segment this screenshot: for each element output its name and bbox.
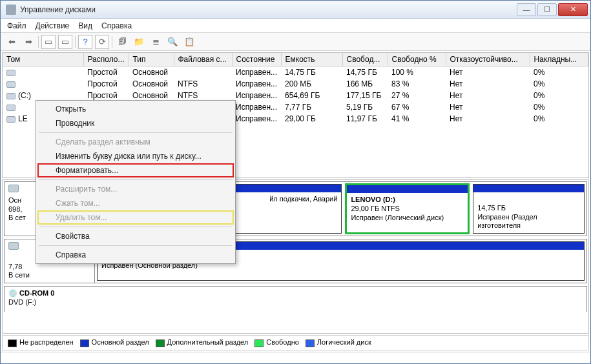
menu-file[interactable]: Файл: [7, 21, 26, 30]
toolbar-separator: [112, 36, 112, 48]
context-menu-separator: [39, 132, 233, 133]
col-fs[interactable]: Файловая с...: [174, 53, 232, 66]
disk-row-cdrom: 💿 CD-ROM 0 DVD (F:): [4, 286, 587, 312]
volume-icon: [6, 116, 16, 123]
cm-delete: Удалить том...: [37, 210, 234, 225]
maximize-button[interactable]: ☐: [537, 3, 557, 16]
context-menu-separator: [39, 245, 233, 246]
statusbar: [1, 352, 590, 363]
tool-icon-4[interactable]: 🔍: [165, 35, 180, 49]
swatch-darkgreen: [156, 339, 165, 347]
window-buttons: — ☐ ✕: [517, 3, 588, 16]
cm-open[interactable]: Открыть: [37, 102, 234, 116]
cm-properties[interactable]: Свойства: [37, 229, 234, 243]
col-layout[interactable]: Располо...: [83, 53, 129, 66]
legend-extended: Дополнительный раздел: [156, 338, 249, 347]
menu-action[interactable]: Действие: [36, 21, 70, 30]
minimize-button[interactable]: —: [517, 3, 536, 16]
disk0-line2: 698,: [8, 205, 22, 213]
disk1-line2: 7,78: [8, 263, 22, 270]
cdrom-partitions: [95, 287, 586, 312]
legend-bar: Не распределен Основной раздел Дополните…: [2, 335, 589, 350]
swatch-lightblue: [306, 339, 315, 347]
context-menu-separator: [39, 179, 233, 180]
table-row[interactable]: ПростойОсновнойИсправен...14,75 ГБ14,75 …: [3, 66, 588, 79]
legend-free: Свободно: [254, 338, 299, 347]
view-top-icon[interactable]: ▭: [41, 35, 56, 49]
table-row[interactable]: ПростойОсновнойNTFSИсправен...200 МБ166 …: [3, 78, 588, 90]
toolbar-separator: [75, 36, 76, 48]
disk0-line3: В сет: [8, 214, 26, 221]
tool-icon-2[interactable]: 📁: [132, 35, 146, 49]
help-icon[interactable]: ?: [78, 35, 92, 49]
back-button[interactable]: ⬅: [5, 35, 19, 49]
app-icon: [6, 5, 16, 15]
context-menu: Открыть Проводник Сделать раздел активны…: [36, 100, 236, 264]
col-volume[interactable]: Том: [3, 53, 83, 66]
table-header-row: Том Располо... Тип Файловая с... Состоян…: [3, 53, 588, 66]
cdrom-drive: DVD (F:): [8, 298, 36, 306]
partition-bar: [347, 185, 468, 193]
partition-oem[interactable]: 14,75 ГБ Исправен (Раздел изготовителя: [473, 184, 585, 234]
titlebar: Управление дисками — ☐ ✕: [1, 1, 590, 19]
tool-icon-1[interactable]: 🗐: [115, 35, 129, 49]
context-menu-separator: [39, 227, 233, 227]
oem-state: Исправен (Раздел изготовителя: [477, 213, 537, 230]
cm-explorer[interactable]: Проводник: [37, 116, 234, 130]
window-title: Управление дисками: [20, 5, 517, 14]
lenovo-title: LENOVO (D:): [351, 196, 395, 203]
swatch-blue: [80, 339, 89, 347]
col-freepct[interactable]: Свободно %: [388, 53, 446, 66]
col-type[interactable]: Тип: [129, 53, 174, 66]
cdrom-info: 💿 CD-ROM 0 DVD (F:): [5, 287, 95, 312]
close-button[interactable]: ✕: [558, 3, 588, 16]
cm-make-active: Сделать раздел активным: [37, 135, 234, 149]
oem-size: 14,75 ГБ: [477, 204, 506, 212]
col-free[interactable]: Свобод...: [342, 53, 388, 66]
col-fault[interactable]: Отказоустойчиво...: [446, 53, 530, 66]
menu-help[interactable]: Справка: [101, 21, 132, 30]
lenovo-state: Исправен (Логический диск): [351, 214, 444, 221]
col-overhead[interactable]: Накладны...: [530, 53, 588, 66]
volume-icon: [6, 93, 16, 99]
tool-icon-3[interactable]: ≣: [149, 35, 163, 49]
cm-shrink: Сжать том...: [37, 196, 234, 210]
cd-icon: 💿: [8, 289, 17, 297]
swatch-green: [254, 339, 264, 347]
disk0-line1: Осн: [8, 196, 21, 204]
tool-icon-5[interactable]: 📋: [182, 35, 196, 49]
legend-primary: Основной раздел: [80, 338, 149, 347]
cm-help[interactable]: Справка: [37, 248, 234, 262]
volume-icon: [6, 70, 16, 76]
legend-unallocated: Не распределен: [8, 338, 74, 347]
partition-bar: [473, 185, 584, 192]
refresh-icon[interactable]: ⟳: [95, 35, 109, 49]
col-capacity[interactable]: Емкость: [281, 53, 342, 66]
cm-change-letter[interactable]: Изменить букву диска или путь к диску...: [37, 149, 234, 163]
col-state[interactable]: Состояние: [232, 53, 281, 66]
menubar: Файл Действие Вид Справка: [1, 19, 590, 33]
forward-button[interactable]: ➡: [21, 35, 36, 49]
legend-logical: Логический диск: [306, 338, 371, 347]
view-bottom-icon[interactable]: ▭: [58, 35, 72, 49]
cm-format[interactable]: Форматировать...: [37, 163, 234, 177]
toolbar: ⬅ ➡ ▭ ▭ ? ⟳ 🗐 📁 ≣ 🔍 📋: [1, 33, 590, 51]
partition-c-state: йл подкачки, Аварий: [269, 195, 337, 203]
toolbar-separator: [38, 36, 39, 48]
disk-icon: [8, 242, 19, 250]
menu-view[interactable]: Вид: [78, 21, 92, 30]
cm-extend: Расширить том...: [37, 182, 234, 196]
volume-icon: [6, 81, 16, 88]
swatch-black: [8, 339, 17, 347]
partition-lenovo[interactable]: LENOVO (D:) 29,00 ГБ NTFS Исправен (Логи…: [345, 183, 470, 234]
lenovo-size: 29,00 ГБ NTFS: [351, 205, 400, 212]
volume-icon: [6, 105, 16, 111]
disk1-line3: В сети: [8, 271, 30, 279]
cdrom-title: CD-ROM 0: [19, 289, 54, 297]
disk-icon: [8, 185, 19, 192]
